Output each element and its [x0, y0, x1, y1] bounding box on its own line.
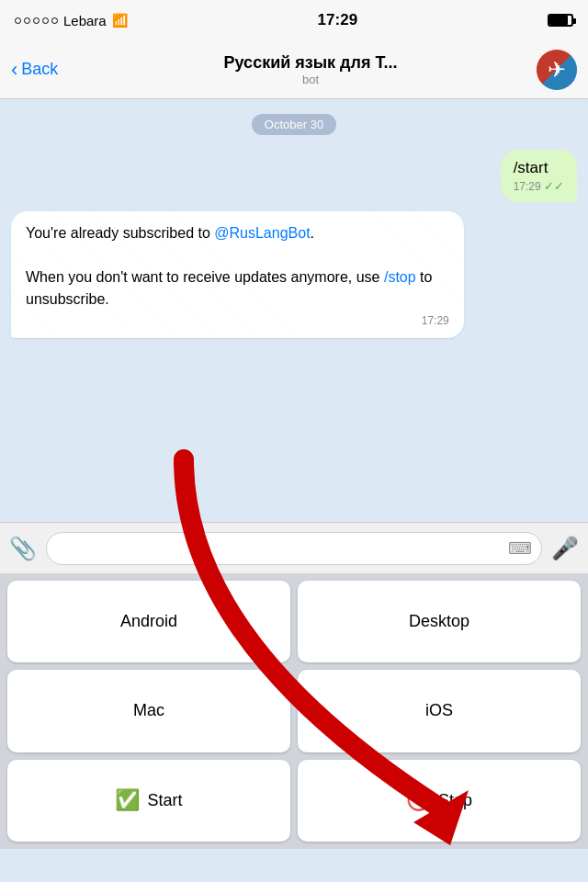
telegram-icon: ✈	[548, 57, 566, 83]
mac-label: Mac	[133, 701, 164, 720]
time-label: 17:29	[318, 11, 357, 29]
start-label: Start	[147, 791, 182, 810]
carrier-label: Lebara	[63, 13, 107, 28]
back-chevron-icon: ‹	[11, 60, 17, 80]
android-label: Android	[120, 612, 177, 631]
received-message: You're already subscribed to @RusLangBot…	[11, 211, 577, 338]
sent-time: 17:29	[514, 180, 541, 193]
bot-button-desktop[interactable]: Desktop	[298, 581, 581, 662]
battery-fill	[549, 16, 568, 25]
date-badge-label: October 30	[252, 114, 336, 135]
bot-button-android[interactable]: Android	[7, 581, 290, 662]
read-receipts-icon: ✓✓	[544, 179, 564, 193]
start-icon: ✅	[115, 788, 140, 812]
sent-message-meta: 17:29 ✓✓	[514, 179, 564, 193]
bot-button-mac[interactable]: Mac	[7, 670, 290, 752]
signal-dot-4	[42, 17, 49, 24]
signal-dot-1	[15, 17, 21, 24]
avatar[interactable]: ✈	[537, 50, 577, 90]
status-bar: Lebara 📶 17:29	[0, 0, 588, 40]
received-message-meta: 17:29	[26, 314, 449, 327]
status-right	[548, 14, 573, 27]
received-bubble: You're already subscribed to @RusLangBot…	[11, 211, 464, 338]
stop-link[interactable]: /stop	[384, 269, 416, 285]
attach-button[interactable]: 📎	[9, 536, 37, 561]
nav-subtitle: bot	[85, 73, 537, 86]
back-button[interactable]: ‹ Back	[11, 60, 85, 80]
bot-button-start[interactable]: ✅ Start	[7, 760, 290, 842]
status-left: Lebara 📶	[15, 13, 128, 28]
sent-message-text: /start	[514, 159, 564, 177]
signal-dot-5	[51, 17, 58, 24]
wifi-icon: 📶	[112, 13, 128, 28]
received-time: 17:29	[422, 314, 449, 327]
bot-button-stop[interactable]: 🚫 Stop	[298, 760, 581, 842]
message-input[interactable]	[56, 540, 508, 557]
bot-button-ios[interactable]: iOS	[298, 670, 581, 752]
keyboard-icon[interactable]: ⌨	[508, 538, 532, 559]
sent-bubble: /start 17:29 ✓✓	[501, 150, 577, 202]
stop-label: Stop	[438, 791, 472, 810]
desktop-label: Desktop	[409, 612, 469, 631]
nav-bar: ‹ Back Русский язык для Т... bot ✈	[0, 40, 588, 99]
received-message-text: You're already subscribed to @RusLangBot…	[26, 222, 449, 311]
stop-icon: 🚫	[406, 788, 431, 812]
signal-dot-2	[24, 17, 30, 24]
nav-title-area: Русский язык для Т... bot	[85, 53, 537, 86]
bot-keyboard: Android Desktop Mac iOS ✅ Start 🚫 Stop	[0, 573, 588, 849]
input-bar: 📎 ⌨ 🎤	[0, 522, 588, 573]
sent-message: /start 17:29 ✓✓	[11, 150, 577, 202]
signal-dots	[15, 17, 58, 24]
battery-icon	[548, 14, 573, 27]
text-input-wrapper: ⌨	[46, 532, 542, 565]
chat-area: October 30 /start 17:29 ✓✓ You're alread…	[0, 99, 588, 522]
nav-title: Русский язык для Т...	[85, 53, 537, 73]
date-badge: October 30	[11, 114, 577, 135]
signal-dot-3	[33, 17, 40, 24]
ios-label: iOS	[425, 701, 453, 720]
avatar-inner: ✈	[537, 50, 577, 90]
mic-button[interactable]: 🎤	[551, 536, 579, 561]
bot-link[interactable]: @RusLangBot	[214, 225, 310, 241]
back-label[interactable]: Back	[21, 60, 58, 79]
